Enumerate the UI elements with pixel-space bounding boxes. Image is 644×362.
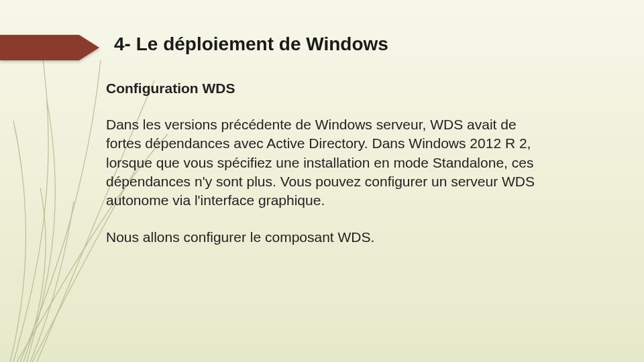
- slide-body: Configuration WDS Dans les versions préc…: [106, 80, 535, 264]
- slide-paragraph-2: Nous allons configurer le composant WDS.: [106, 228, 535, 247]
- ribbon-arrowhead-icon: [79, 35, 99, 60]
- slide-subheading: Configuration WDS: [106, 80, 535, 97]
- ribbon-bar: [0, 35, 79, 60]
- title-ribbon: [0, 35, 99, 60]
- slide-title: 4- Le déploiement de Windows: [114, 34, 388, 55]
- slide-paragraph-1: Dans les versions précédente de Windows …: [106, 115, 535, 210]
